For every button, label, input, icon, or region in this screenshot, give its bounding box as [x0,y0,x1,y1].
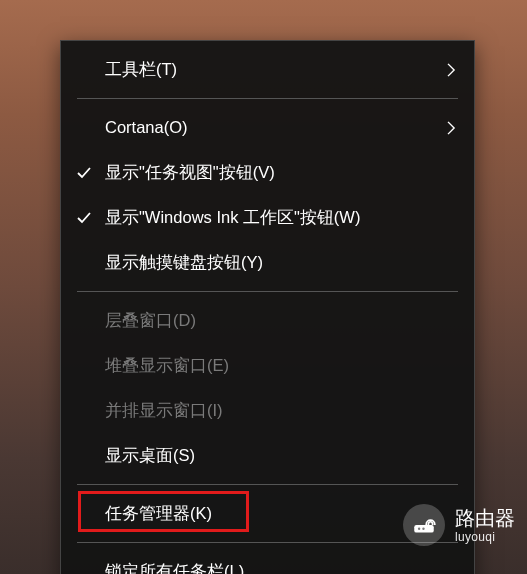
menu-item-touch-keyboard-button[interactable]: 显示触摸键盘按钮(Y) [61,240,474,285]
svg-point-1 [418,528,420,530]
menu-item-label: 显示桌面(S) [105,445,195,467]
menu-item-cascade-windows: 层叠窗口(D) [61,298,474,343]
menu-item-label: 显示"Windows Ink 工作区"按钮(W) [105,207,360,229]
menu-item-label: 并排显示窗口(I) [105,400,223,422]
watermark: 路由器 luyouqi [403,504,515,546]
menu-item-show-desktop[interactable]: 显示桌面(S) [61,433,474,478]
menu-item-label: Cortana(O) [105,118,188,137]
menu-item-cortana[interactable]: Cortana(O) [61,105,474,150]
chevron-right-icon [444,121,458,135]
menu-separator [77,542,458,543]
router-icon [403,504,445,546]
menu-item-lock-all-taskbars[interactable]: 锁定所有任务栏(L) [61,549,474,574]
menu-item-label: 显示触摸键盘按钮(Y) [105,252,263,274]
check-icon [75,209,93,227]
check-icon [75,164,93,182]
menu-item-side-by-side-windows: 并排显示窗口(I) [61,388,474,433]
chevron-right-icon [444,63,458,77]
menu-item-label: 任务管理器(K) [105,503,212,525]
menu-item-label: 工具栏(T) [105,59,177,81]
menu-item-toolbars[interactable]: 工具栏(T) [61,47,474,92]
menu-item-label: 显示"任务视图"按钮(V) [105,162,275,184]
svg-point-2 [422,528,424,530]
menu-separator [77,484,458,485]
menu-item-label: 堆叠显示窗口(E) [105,355,229,377]
menu-separator [77,98,458,99]
watermark-sub: luyouqi [455,530,515,544]
watermark-text: 路由器 luyouqi [455,506,515,544]
menu-item-taskview-button[interactable]: 显示"任务视图"按钮(V) [61,150,474,195]
menu-item-stack-windows: 堆叠显示窗口(E) [61,343,474,388]
menu-separator [77,291,458,292]
taskbar-context-menu: 工具栏(T) Cortana(O) 显示"任务视图"按钮(V) 显示"Windo… [60,40,475,574]
menu-item-windows-ink-button[interactable]: 显示"Windows Ink 工作区"按钮(W) [61,195,474,240]
menu-item-label: 锁定所有任务栏(L) [105,561,244,575]
watermark-title: 路由器 [455,506,515,530]
menu-item-label: 层叠窗口(D) [105,310,196,332]
